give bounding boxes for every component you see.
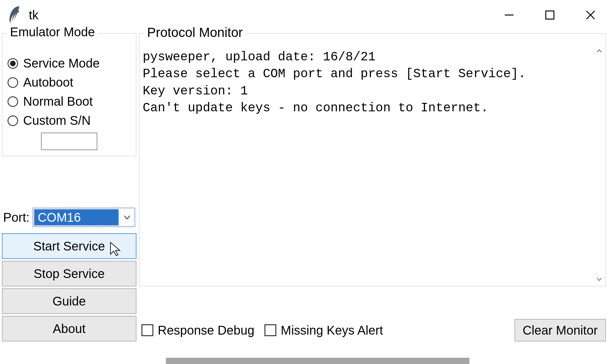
button-label: Guide — [53, 294, 86, 308]
radio-normal-boot[interactable]: Normal Boot — [6, 92, 133, 111]
radio-icon — [8, 96, 18, 107]
protocol-monitor-legend: Protocol Monitor — [144, 25, 246, 40]
radio-custom-sn[interactable]: Custom S/N — [6, 111, 133, 130]
radio-label: Normal Boot — [23, 94, 93, 109]
emulator-mode-legend: Emulator Mode — [7, 25, 98, 39]
missing-keys-checkbox[interactable]: Missing Keys Alert — [264, 323, 383, 337]
radio-service-mode[interactable]: Service Mode — [6, 54, 133, 73]
minimize-button[interactable] — [489, 3, 530, 27]
button-label: Stop Service — [34, 267, 105, 281]
scroll-up-icon[interactable] — [595, 46, 604, 56]
radio-autoboot[interactable]: Autoboot — [6, 73, 133, 92]
clear-monitor-button[interactable]: Clear Monitor — [514, 319, 606, 341]
button-label: Clear Monitor — [523, 323, 598, 337]
radio-icon — [8, 58, 18, 69]
start-service-button[interactable]: Start Service — [2, 233, 136, 259]
about-button[interactable]: About — [2, 316, 136, 341]
port-row: Port: COM16 — [2, 208, 136, 227]
radio-label: Custom S/N — [23, 114, 91, 128]
protocol-monitor-text[interactable]: pysweeper, upload date: 16/8/21 Please s… — [141, 46, 593, 284]
stop-service-button[interactable]: Stop Service — [2, 261, 136, 286]
radio-label: Service Mode — [23, 56, 100, 70]
custom-sn-input[interactable] — [41, 133, 97, 150]
close-button[interactable] — [570, 3, 611, 27]
response-debug-checkbox[interactable]: Response Debug — [141, 323, 254, 337]
checkbox-label: Response Debug — [158, 323, 254, 337]
svg-rect-1 — [546, 11, 554, 19]
port-combobox[interactable]: COM16 — [33, 208, 135, 227]
radio-icon — [8, 115, 18, 126]
guide-button[interactable]: Guide — [2, 288, 136, 314]
feather-icon — [8, 6, 21, 24]
port-label: Port: — [3, 210, 29, 225]
image-source-caption: Image from: a khubik on YouTube — [166, 358, 469, 364]
radio-icon — [8, 77, 18, 88]
scroll-down-icon[interactable] — [595, 275, 604, 284]
monitor-scrollbar[interactable] — [595, 46, 604, 284]
chevron-down-icon — [120, 208, 135, 226]
checkbox-icon — [141, 324, 153, 336]
maximize-button[interactable] — [530, 3, 570, 27]
checkbox-icon — [264, 324, 276, 336]
monitor-bottom-row: Response Debug Missing Keys Alert Clear … — [139, 319, 606, 341]
emulator-mode-panel: Emulator Mode Service Mode Autoboot Norm… — [2, 33, 136, 156]
button-label: Start Service — [33, 239, 105, 253]
checkbox-label: Missing Keys Alert — [281, 323, 383, 337]
button-label: About — [53, 322, 86, 336]
port-value: COM16 — [34, 209, 119, 226]
radio-label: Autoboot — [23, 75, 73, 89]
protocol-monitor-panel: Protocol Monitor pysweeper, upload date:… — [139, 33, 606, 286]
window-title: tk — [29, 8, 38, 22]
